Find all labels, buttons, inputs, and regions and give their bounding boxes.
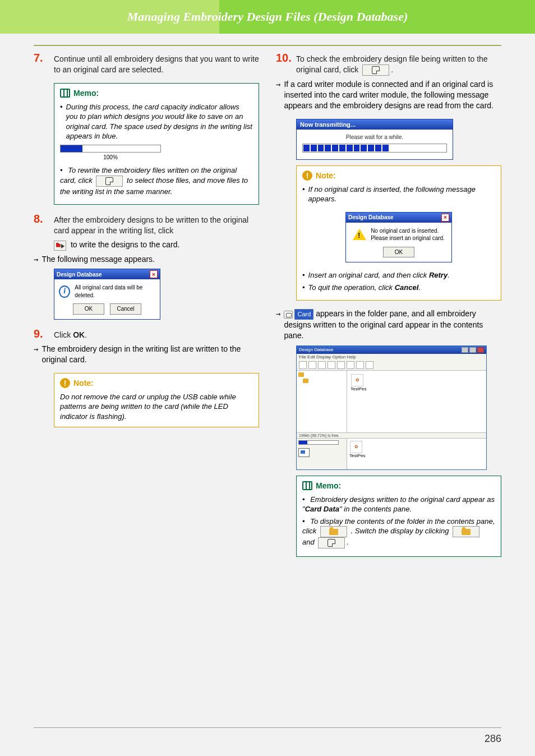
note2-bullet1: If no original card is inserted, the fol… [308,185,495,204]
step-8-line3: The following message appears. [41,254,155,265]
step-10-line2: If a card writer module is connected and… [284,79,501,111]
memo-box-1: Memo: • During this process, the card ca… [54,83,259,205]
folder-pane[interactable] [297,371,347,432]
folder-icon [298,372,304,377]
close-icon[interactable]: × [150,270,158,278]
memo2-b2d: . [347,538,349,547]
app-toolbar[interactable] [297,360,486,371]
left-column: 7. Continue until all embroidery designs… [34,52,259,565]
note2-bullet2c: . [448,271,450,279]
folder-button[interactable] [320,526,347,537]
note-box-2: ! Note: • If no original card is inserte… [296,165,501,301]
card-badge-icon [284,311,293,319]
memo2-b2c: and [302,538,315,547]
bottom-rule [34,727,501,728]
note2-bullet2b: Retry [429,271,448,279]
transmitting-title: Now transmitting... [297,119,453,130]
step-9-text-b: OK [73,330,85,339]
transmitting-progress [302,144,447,153]
step-10: 10. To check the embroidery design file … [276,52,501,111]
step-8: 8. After the embroidery designs to be wr… [34,213,259,319]
dialog1-title: Design Database [57,271,102,279]
card-badge-text: Card [294,309,313,320]
note2-title: Note: [316,170,336,181]
memo2-b2b: . Switch the display by clicking [351,527,449,536]
note-box-1: ! Note: Do not remove the card or unplug… [54,373,259,428]
capacity-indicator [60,145,161,153]
dialog-delete-warning: Design Database × i All original card da… [54,269,160,320]
card-icon [372,66,380,74]
dialog1-ok-button[interactable]: OK [73,303,104,315]
card-badge: Card [284,309,313,320]
note2-bullet3c: . [418,283,421,292]
memo-icon [302,481,312,490]
memo-title: Memo: [73,88,99,99]
note1-text: Do not remove the card or unplug the USB… [60,392,253,422]
arrow-icon: → [276,308,280,319]
arrow-icon: → [276,79,280,90]
note-icon: ! [60,378,70,388]
card-icon [105,177,113,185]
card-icon [298,448,310,457]
transmitting-dialog: Now transmitting... Please wait for a wh… [296,119,453,160]
thumb1-label: TestPes [350,386,364,391]
warn-icon [353,229,366,240]
header-bar: Managing Embroidery Design Files (Design… [0,0,535,34]
dialog2-line2: Please insert an original card. [371,235,445,241]
app-title: Design Database [299,347,333,352]
note-icon: ! [302,170,312,181]
memo2-title: Memo: [316,481,341,491]
card-line-a: appears in the folder pane, and all embr… [284,309,483,340]
step-9: 9. Click OK. → The embroidery design in … [34,328,259,365]
dialog1-msg: All original card data will be deleted. [75,284,155,299]
right-column: 10. To check the embroidery design file … [276,52,501,565]
writing-list[interactable]: ✿ TestPes [347,439,486,469]
step-9-text-c: . [85,330,87,339]
design-thumb-icon: ✿ [350,441,362,453]
app-screenshot: Design Database File Edit Display Option… [296,345,487,470]
dialog1-cancel-button[interactable]: Cancel [110,303,141,315]
memo2-b1c: " in the contents pane. [339,505,412,513]
memo-icon [60,89,70,98]
folder-icon [303,379,308,383]
top-rule [34,45,501,46]
design-thumb-icon: ✿ [351,374,363,386]
status-free: 199kb (98.71%) is free. [299,434,339,437]
note2-bullet3a: To quit the operation, click [308,283,395,292]
dialog2-title: Design Database [348,214,394,222]
note2-bullet3b: Cancel [395,283,419,292]
step-10-text-b: . [391,65,393,74]
step-9-line2: The embroidery design in the writing lis… [41,344,259,365]
step-7-number: 7. [34,52,54,64]
write-to-card-icon[interactable] [54,241,66,251]
info-icon: i [59,285,70,298]
page-number: 286 [485,733,501,745]
step-8-line2: to write the designs to the card. [71,240,180,249]
arrow-icon: → [34,344,38,354]
folder-icon [462,529,471,535]
folder-button[interactable] [453,526,479,537]
card-button-inline[interactable] [96,176,123,187]
folder-icon [329,529,338,535]
card-button-inline[interactable] [362,64,389,76]
dialog2-ok-button[interactable]: OK [383,247,414,258]
capacity-bar [298,440,339,445]
step-8-text: After the embroidery designs to be writt… [54,215,259,236]
dialog-no-card: Design Database × No original card is in… [345,212,452,263]
step-7: 7. Continue until all embroidery designs… [34,52,259,75]
arrow-icon: → [34,254,38,265]
app-menu[interactable]: File Edit Display Option Help [297,354,486,360]
window-controls[interactable] [462,347,484,353]
dialog2-line1: No original card is inserted. [371,228,439,234]
step-8-number: 8. [34,213,54,225]
close-icon[interactable]: × [441,214,449,222]
card-button-inline[interactable] [318,537,345,548]
card-panel [297,439,347,469]
note1-title: Note: [73,378,94,389]
memo-box-2: Memo: • Embroidery designs written to th… [296,476,501,557]
step-9-number: 9. [34,328,54,340]
page-title: Managing Embroidery Design Files (Design… [127,10,408,24]
card-icon [328,539,335,547]
contents-pane[interactable]: ✿ TestPes [347,371,486,432]
capacity-label: 100% [60,154,161,162]
